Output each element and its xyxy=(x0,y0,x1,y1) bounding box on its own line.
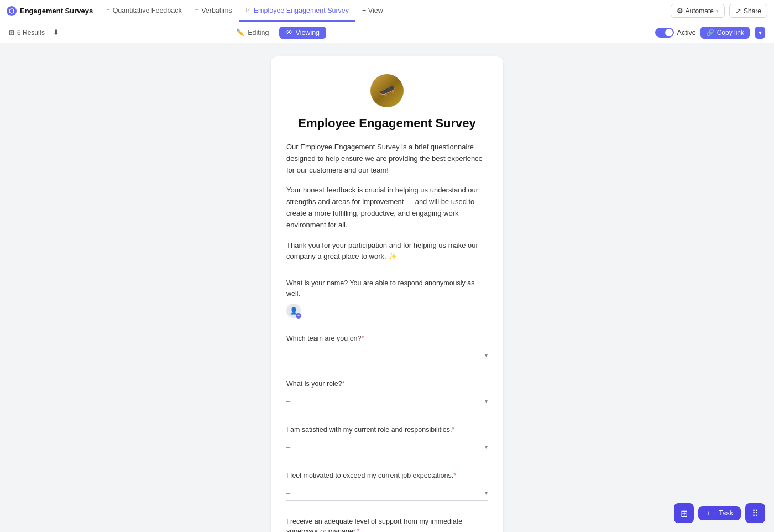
toolbar-right: Active 🔗 Copy link ▾ xyxy=(655,27,765,39)
apps-button[interactable]: ⠿ xyxy=(745,503,765,523)
chevron-down-icon: ▾ xyxy=(485,490,488,496)
dropdown-value: – xyxy=(286,489,290,497)
tab-survey[interactable]: ☑ Employee Engagement Survey xyxy=(239,0,355,22)
satisfied-dropdown-wrap: – ▾ xyxy=(286,440,488,455)
question-label: What is your role?* xyxy=(286,379,488,389)
copy-link-button[interactable]: 🔗 Copy link xyxy=(700,27,750,39)
motivated-dropdown-wrap: – ▾ xyxy=(286,486,488,501)
question-team: Which team are you on?* – ▾ xyxy=(286,333,488,364)
survey-avatar: 🛹 xyxy=(370,74,404,107)
toggle-switch[interactable] xyxy=(655,28,674,38)
question-satisfied: I am satisfied with my current role and … xyxy=(286,425,488,455)
main-content: 🛹 Employee Engagement Survey Our Employe… xyxy=(0,43,774,532)
tab-verbatims[interactable]: ≡ Verbatims xyxy=(189,0,239,22)
required-marker: * xyxy=(362,335,364,342)
role-dropdown-wrap: – ▾ xyxy=(286,394,488,409)
tab-icon: ≡ xyxy=(106,7,109,14)
team-dropdown-wrap: – ▾ xyxy=(286,348,488,363)
plus-icon: + xyxy=(706,509,710,517)
dropdown-value: – xyxy=(286,397,290,405)
nav-right: ⚙ Automate ▾ ↗ Share xyxy=(671,4,767,18)
tab-icon: ≡ xyxy=(195,7,198,14)
avatar-image: 🛹 xyxy=(379,83,395,98)
grid-view-button[interactable]: ⊞ xyxy=(674,503,694,523)
download-button[interactable]: ⬇ xyxy=(49,27,63,38)
tab-icon: ☑ xyxy=(245,7,251,14)
automate-button[interactable]: ⚙ Automate ▾ xyxy=(671,4,725,18)
person-icon: 👤 + xyxy=(286,304,301,318)
survey-desc-3: Thank you for your participation and for… xyxy=(286,240,488,263)
question-role: What is your role?* – ▾ xyxy=(286,379,488,409)
app-logo[interactable]: Engagement Surveys xyxy=(7,6,93,16)
chevron-down-icon: ▾ xyxy=(485,444,488,450)
add-task-button[interactable]: + + Task xyxy=(698,506,741,520)
required-marker: * xyxy=(357,528,360,532)
required-marker: * xyxy=(342,380,345,388)
role-dropdown[interactable]: – ▾ xyxy=(286,394,488,409)
pencil-icon: ✏️ xyxy=(236,28,245,36)
svg-point-0 xyxy=(9,9,14,13)
chevron-down-icon: ▾ xyxy=(716,8,719,14)
chevron-down-icon: ▾ xyxy=(485,352,488,358)
chevron-down-icon: ▾ xyxy=(485,398,488,404)
satisfied-dropdown[interactable]: – ▾ xyxy=(286,440,488,455)
motivated-dropdown[interactable]: – ▾ xyxy=(286,486,488,501)
mode-switcher: ✏️ Editing 👁 Viewing xyxy=(229,26,326,39)
question-label: I receive an adequate level of support f… xyxy=(286,517,488,532)
share-button[interactable]: ↗ Share xyxy=(729,4,767,18)
name-input-row: 👤 + xyxy=(286,304,488,318)
survey-title: Employee Engagement Survey xyxy=(286,116,488,131)
tab-view[interactable]: + View xyxy=(355,0,390,22)
download-icon: ⬇ xyxy=(53,28,59,36)
survey-desc-2: Your honest feedback is crucial in helpi… xyxy=(286,185,488,231)
question-motivated: I feel motivated to exceed my current jo… xyxy=(286,471,488,501)
app-name: Engagement Surveys xyxy=(20,7,93,15)
question-label: I feel motivated to exceed my current jo… xyxy=(286,471,488,481)
nav-tabs: ≡ Quantitative Feedback ≡ Verbatims ☑ Em… xyxy=(100,0,389,22)
link-icon: 🔗 xyxy=(706,29,714,36)
logo-icon xyxy=(7,6,17,16)
bottom-buttons: ⊞ + + Task ⠿ xyxy=(674,503,765,523)
survey-desc-1: Our Employee Engagement Survey is a brie… xyxy=(286,142,488,176)
question-label: I am satisfied with my current role and … xyxy=(286,425,488,435)
question-label: What is your name? You are able to respo… xyxy=(286,278,488,299)
toggle-knob xyxy=(665,29,673,36)
add-person-icon[interactable]: + xyxy=(296,313,301,319)
automate-icon: ⚙ xyxy=(677,7,683,15)
active-toggle[interactable]: Active xyxy=(655,28,696,38)
question-label: Which team are you on?* xyxy=(286,333,488,344)
eye-icon: 👁 xyxy=(286,29,293,36)
editing-button[interactable]: ✏️ Editing xyxy=(229,26,275,39)
team-dropdown[interactable]: – ▾ xyxy=(286,348,488,363)
required-marker: * xyxy=(453,472,456,479)
dropdown-value: – xyxy=(286,351,290,359)
share-icon: ↗ xyxy=(735,7,741,15)
survey-card: 🛹 Employee Engagement Survey Our Employe… xyxy=(271,56,503,532)
dropdown-value: – xyxy=(286,443,290,451)
toolbar: ⊞ 6 Results ⬇ ✏️ Editing 👁 Viewing Activ… xyxy=(0,22,774,43)
top-nav: Engagement Surveys ≡ Quantitative Feedba… xyxy=(0,0,774,22)
results-badge: ⊞ 6 Results xyxy=(9,29,45,36)
tab-quantitative[interactable]: ≡ Quantitative Feedback xyxy=(100,0,189,22)
grid-icon: ⊞ xyxy=(681,508,688,519)
chevron-down-icon: ▾ xyxy=(759,29,762,36)
question-support: I receive an adequate level of support f… xyxy=(286,517,488,532)
viewing-button[interactable]: 👁 Viewing xyxy=(279,27,327,39)
required-marker: * xyxy=(452,426,454,434)
question-name: What is your name? You are able to respo… xyxy=(286,278,488,318)
apps-icon: ⠿ xyxy=(752,508,759,519)
grid-icon: ⊞ xyxy=(9,29,14,36)
copy-link-dropdown-button[interactable]: ▾ xyxy=(755,27,765,39)
